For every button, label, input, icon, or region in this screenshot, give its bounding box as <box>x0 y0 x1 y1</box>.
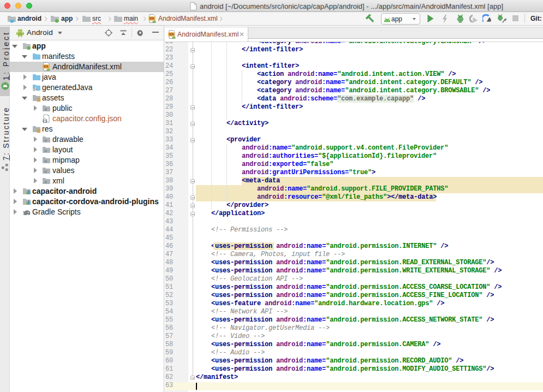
svg-text:<>: <> <box>169 32 174 37</box>
svg-text:{;}: {;} <box>43 119 47 123</box>
svg-text:<>: <> <box>44 64 48 69</box>
svg-text:<>: <> <box>150 16 154 21</box>
